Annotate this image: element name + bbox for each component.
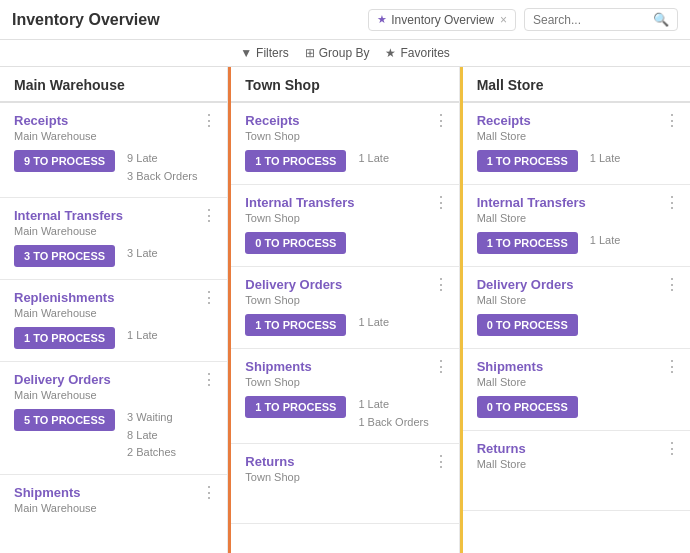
card-title[interactable]: Shipments <box>14 485 213 500</box>
card-stats: 3 Waiting8 Late2 Batches <box>127 409 176 462</box>
card-title[interactable]: Delivery Orders <box>245 277 444 292</box>
card-stats: 1 Late <box>590 232 621 250</box>
card-stats: 1 Late <box>358 150 389 168</box>
card-mall-store-2: ⋮Delivery OrdersMall Store0 TO PROCESS <box>463 267 690 349</box>
card-main-warehouse-3: ⋮Delivery OrdersMain Warehouse5 TO PROCE… <box>0 362 227 475</box>
card-mall-store-0: ⋮ReceiptsMall Store1 TO PROCESS1 Late <box>463 103 690 185</box>
card-main-warehouse-4: ⋮ShipmentsMain Warehouse <box>0 475 227 553</box>
card-subtitle: Town Shop <box>245 471 444 483</box>
card-menu-icon[interactable]: ⋮ <box>433 277 449 293</box>
card-subtitle: Town Shop <box>245 130 444 142</box>
stat-item: 3 Back Orders <box>127 168 197 186</box>
process-button[interactable]: 9 TO PROCESS <box>14 150 115 172</box>
card-title[interactable]: Returns <box>477 441 676 456</box>
card-title[interactable]: Receipts <box>14 113 213 128</box>
card-body: 1 TO PROCESS1 Late <box>245 150 444 172</box>
card-menu-icon[interactable]: ⋮ <box>433 195 449 211</box>
search-box[interactable]: 🔍 <box>524 8 678 31</box>
card-title[interactable]: Returns <box>245 454 444 469</box>
card-title[interactable]: Internal Transfers <box>477 195 676 210</box>
process-button[interactable]: 1 TO PROCESS <box>14 327 115 349</box>
card-main-warehouse-0: ⋮ReceiptsMain Warehouse9 TO PROCESS9 Lat… <box>0 103 227 198</box>
process-button[interactable]: 1 TO PROCESS <box>477 232 578 254</box>
process-button[interactable]: 1 TO PROCESS <box>245 150 346 172</box>
card-menu-icon[interactable]: ⋮ <box>201 290 217 306</box>
card-title[interactable]: Delivery Orders <box>14 372 213 387</box>
process-button[interactable]: 5 TO PROCESS <box>14 409 115 431</box>
process-button[interactable]: 1 TO PROCESS <box>477 150 578 172</box>
card-subtitle: Mall Store <box>477 130 676 142</box>
card-menu-icon[interactable]: ⋮ <box>664 359 680 375</box>
stat-item: 3 Waiting <box>127 409 176 427</box>
column-main-warehouse: Main Warehouse⋮ReceiptsMain Warehouse9 T… <box>0 67 228 553</box>
card-title[interactable]: Internal Transfers <box>245 195 444 210</box>
card-menu-icon[interactable]: ⋮ <box>201 113 217 129</box>
card-town-shop-2: ⋮Delivery OrdersTown Shop1 TO PROCESS1 L… <box>231 267 458 349</box>
card-body: 1 TO PROCESS1 Late <box>14 327 213 349</box>
column-mall-store: Mall Store⋮ReceiptsMall Store1 TO PROCES… <box>460 67 690 553</box>
process-button[interactable]: 3 TO PROCESS <box>14 245 115 267</box>
card-menu-icon[interactable]: ⋮ <box>433 359 449 375</box>
process-button[interactable]: 1 TO PROCESS <box>245 396 346 418</box>
card-main-warehouse-2: ⋮ReplenishmentsMain Warehouse1 TO PROCES… <box>0 280 227 362</box>
card-menu-icon[interactable]: ⋮ <box>201 208 217 224</box>
filters-button[interactable]: ▼ Filters <box>240 46 289 60</box>
card-subtitle: Mall Store <box>477 294 676 306</box>
group-by-button[interactable]: ⊞ Group By <box>305 46 370 60</box>
card-subtitle: Town Shop <box>245 212 444 224</box>
card-menu-icon[interactable]: ⋮ <box>201 372 217 388</box>
column-header-town-shop: Town Shop <box>231 67 458 103</box>
card-stats: 1 Late <box>590 150 621 168</box>
stat-item: 9 Late <box>127 150 197 168</box>
card-title[interactable]: Internal Transfers <box>14 208 213 223</box>
card-body: 0 TO PROCESS <box>477 314 676 336</box>
card-title[interactable]: Shipments <box>245 359 444 374</box>
card-body: 5 TO PROCESS3 Waiting8 Late2 Batches <box>14 409 213 462</box>
active-tab[interactable]: ★ Inventory Overview × <box>368 9 516 31</box>
card-subtitle: Main Warehouse <box>14 225 213 237</box>
tab-bar: ★ Inventory Overview × 🔍 <box>368 8 678 31</box>
tab-label: Inventory Overview <box>391 13 494 27</box>
close-tab-icon[interactable]: × <box>500 13 507 27</box>
card-stats: 1 Late <box>358 314 389 332</box>
stat-item: 2 Batches <box>127 444 176 462</box>
card-menu-icon[interactable]: ⋮ <box>201 485 217 501</box>
card-title[interactable]: Delivery Orders <box>477 277 676 292</box>
app-header: Inventory Overview ★ Inventory Overview … <box>0 0 690 40</box>
favorites-button[interactable]: ★ Favorites <box>385 46 449 60</box>
process-button[interactable]: 0 TO PROCESS <box>245 232 346 254</box>
card-subtitle: Main Warehouse <box>14 130 213 142</box>
card-menu-icon[interactable]: ⋮ <box>664 113 680 129</box>
card-subtitle: Town Shop <box>245 376 444 388</box>
card-title[interactable]: Shipments <box>477 359 676 374</box>
card-main-warehouse-1: ⋮Internal TransfersMain Warehouse3 TO PR… <box>0 198 227 280</box>
group-by-label: Group By <box>319 46 370 60</box>
card-menu-icon[interactable]: ⋮ <box>433 454 449 470</box>
card-menu-icon[interactable]: ⋮ <box>433 113 449 129</box>
stat-item: 1 Late <box>590 232 621 250</box>
stat-item: 3 Late <box>127 245 158 263</box>
column-header-mall-store: Mall Store <box>463 67 690 103</box>
card-stats: 1 Late <box>127 327 158 345</box>
process-button[interactable]: 0 TO PROCESS <box>477 396 578 418</box>
card-stats: 3 Late <box>127 245 158 263</box>
process-button[interactable]: 1 TO PROCESS <box>245 314 346 336</box>
stat-item: 1 Late <box>590 150 621 168</box>
card-body: 0 TO PROCESS <box>245 232 444 254</box>
card-mall-store-1: ⋮Internal TransfersMall Store1 TO PROCES… <box>463 185 690 267</box>
card-title[interactable]: Receipts <box>477 113 676 128</box>
card-menu-icon[interactable]: ⋮ <box>664 277 680 293</box>
card-town-shop-3: ⋮ShipmentsTown Shop1 TO PROCESS1 Late1 B… <box>231 349 458 444</box>
card-subtitle: Mall Store <box>477 376 676 388</box>
card-subtitle: Main Warehouse <box>14 502 213 514</box>
process-button[interactable]: 0 TO PROCESS <box>477 314 578 336</box>
card-menu-icon[interactable]: ⋮ <box>664 441 680 457</box>
card-title[interactable]: Replenishments <box>14 290 213 305</box>
card-subtitle: Town Shop <box>245 294 444 306</box>
card-menu-icon[interactable]: ⋮ <box>664 195 680 211</box>
card-title[interactable]: Receipts <box>245 113 444 128</box>
card-subtitle: Mall Store <box>477 212 676 224</box>
search-input[interactable] <box>533 13 653 27</box>
card-town-shop-4: ⋮ReturnsTown Shop <box>231 444 458 524</box>
card-town-shop-1: ⋮Internal TransfersTown Shop0 TO PROCESS <box>231 185 458 267</box>
